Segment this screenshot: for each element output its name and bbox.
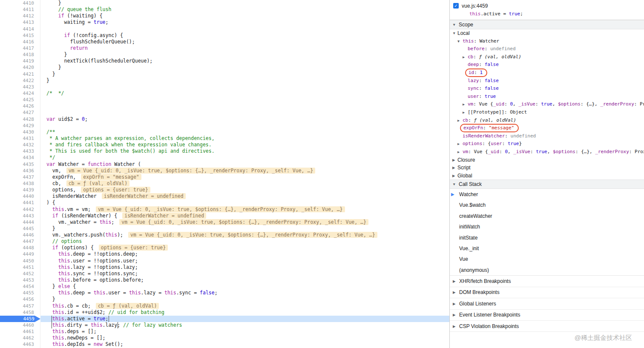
scope-global[interactable]: ▶Global [450,172,644,180]
line-number[interactable]: 4458 [0,309,40,316]
scope-this[interactable]: ▼this: Watcher [450,37,644,46]
line-number[interactable]: 4412 [0,13,40,19]
breakpoint-snippet: this.active = true; [469,11,641,17]
line-number[interactable]: 4435 [0,161,40,168]
chevron-right-icon[interactable]: ▶ [457,140,463,148]
line-number[interactable]: 4411 [0,6,40,13]
line-number[interactable]: 4439 [0,187,40,193]
chevron-right-icon[interactable]: ▶ [463,100,468,108]
line-number[interactable]: 4445 [0,225,40,232]
sidebar-section-dom-breakpoints[interactable]: ▶DOM Breakpoints [450,287,644,298]
line-number[interactable]: 4454 [0,283,40,290]
line-number[interactable]: 4432 [0,142,40,148]
line-number[interactable]: 4449 [0,251,40,257]
line-number[interactable]: 4414 [0,26,40,32]
scope-local[interactable]: ▼Local [450,29,644,37]
line-number[interactable]: 4440 [0,193,40,200]
chevron-right-icon[interactable]: ▶ [452,164,457,172]
line-number[interactable]: 4455 [0,290,40,296]
line-number[interactable]: 4444 [0,219,40,225]
line-number[interactable]: 4420 [0,64,40,71]
line-number[interactable]: 4426 [0,103,40,109]
line-number[interactable]: 4417 [0,45,40,51]
line-number[interactable]: 4425 [0,97,40,103]
chevron-down-icon[interactable]: ▼ [457,37,463,46]
breakpoint-checkbox[interactable]: ✓ [453,3,459,9]
line-number[interactable]: 4418 [0,51,40,58]
call-stack-frame[interactable]: createWatcher [450,211,644,221]
line-number[interactable]: 4424 [0,90,40,97]
line-number[interactable]: 4419 [0,58,40,64]
sidebar-section-csp-violation-breakpoints[interactable]: ▶CSP Violation Breakpoints [450,321,644,332]
line-number[interactable]: 4453 [0,277,40,283]
chevron-down-icon[interactable]: ▼ [452,29,457,37]
scope-prop-prototype[interactable]: ▶[[Prototype]]: Object [450,108,644,117]
line-number[interactable]: 4448 [0,245,40,251]
sidebar-section-event-listener-breakpoints[interactable]: ▶Event Listener Breakpoints [450,310,644,321]
call-stack-frame[interactable]: ▶Watcher [450,189,644,200]
call-stack-frame[interactable]: Vue [450,254,644,265]
line-number[interactable]: 4416 [0,39,40,45]
line-number[interactable]: 4452 [0,271,40,277]
chevron-right-icon[interactable]: ▶ [452,156,457,164]
code-text: } [40,51,449,58]
line-number[interactable]: 4460 [0,322,40,328]
line-number[interactable]: 4413 [0,19,40,26]
line-number[interactable]: 4462 [0,335,40,341]
execution-line-number[interactable]: 4459 [0,316,40,322]
line-number[interactable]: 4451 [0,264,40,271]
code-text [40,103,449,109]
sidebar-section-global-listeners[interactable]: ▶Global Listeners [450,298,644,309]
line-number[interactable]: 4450 [0,258,40,264]
line-number[interactable]: 4437 [0,174,40,180]
line-number[interactable]: 4438 [0,180,40,187]
line-number[interactable]: 4415 [0,32,40,39]
line-number[interactable]: 4433 [0,148,40,154]
scope-prop-cb[interactable]: ▶cb: ƒ (val, oldVal) [450,53,644,61]
scope-prop-vm[interactable]: ▶vm: Vue {_uid: 0, _isVue: true, $option… [450,100,644,108]
chevron-right-icon[interactable]: ▶ [463,53,468,61]
call-stack-frame[interactable]: initState [450,232,644,243]
line-number[interactable]: 4427 [0,109,40,116]
line-number[interactable]: 4461 [0,328,40,335]
scope-var-vm[interactable]: ▶vm: Vue {_uid: 0, _isVue: true, $option… [450,148,644,156]
line-number[interactable]: 4410 [0,0,40,6]
call-stack-frame[interactable]: Vue._init [450,243,644,254]
line-number[interactable]: 4442 [0,206,40,213]
line-number[interactable]: 4428 [0,116,40,123]
scope-script[interactable]: ▶Script [450,164,644,172]
line-number[interactable]: 4447 [0,238,40,245]
line-number[interactable]: 4422 [0,77,40,84]
line-number[interactable]: 4463 [0,341,40,348]
scope-closure[interactable]: ▶Closure [450,156,644,164]
line-number[interactable]: 4423 [0,84,40,90]
call-stack-frame[interactable]: initWatch [450,221,644,232]
line-number[interactable]: 4443 [0,213,40,219]
line-number[interactable]: 4434 [0,154,40,161]
line-number[interactable]: 4431 [0,135,40,142]
code-text: if (!waiting) { [40,13,449,19]
line-number[interactable]: 4457 [0,303,40,309]
scope-var-cb[interactable]: ▶cb: ƒ (val, oldVal) [450,117,644,125]
frame-label: createWatcher [459,213,492,219]
chevron-right-icon[interactable]: ▶ [457,117,463,125]
chevron-right-icon[interactable]: ▶ [457,148,463,156]
chevron-right-icon[interactable]: ▶ [452,172,457,180]
scope-section-header[interactable]: ▼ Scope [450,20,644,29]
line-number[interactable]: 4436 [0,168,40,174]
line-number[interactable]: 4421 [0,71,40,77]
line-number[interactable]: 4456 [0,296,40,302]
line-number[interactable]: 4430 [0,129,40,135]
sidebar-section-xhr-fetch-breakpoints[interactable]: ▶XHR/fetch Breakpoints [450,276,644,287]
code-line: 4455 this.deep = this.user = this.lazy =… [0,290,449,296]
section-label: Event Listener Breakpoints [459,312,520,318]
line-number[interactable]: 4441 [0,200,40,206]
line-number[interactable]: 4429 [0,123,40,129]
scope-var-options[interactable]: ▶options: {user: true} [450,140,644,148]
call-stack-frame[interactable]: (anonymous) [450,265,644,275]
breakpoint-entry[interactable]: ✓ vue.js:4459 this.active = true; [450,0,644,20]
callstack-section-header[interactable]: ▼ Call Stack [450,180,644,189]
line-number[interactable]: 4446 [0,232,40,238]
call-stack-frame[interactable]: Vue.$watch [450,200,644,211]
chevron-right-icon[interactable]: ▶ [463,108,468,117]
